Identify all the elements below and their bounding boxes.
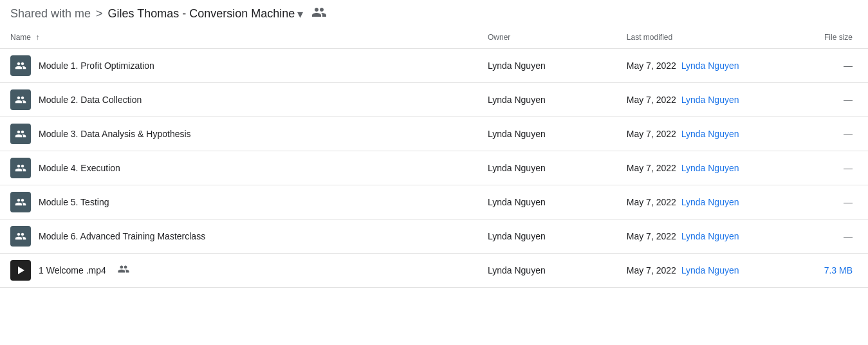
people-icon[interactable] — [312, 6, 326, 21]
modified-cell: May 7, 2022 Lynda Nguyen — [616, 185, 790, 219]
file-size-dash: — — [844, 197, 853, 207]
owner-cell: Lynda Nguyen — [477, 83, 616, 117]
table-row[interactable]: Module 2. Data CollectionLynda NguyenMay… — [0, 83, 868, 117]
file-size-value: 7.3 MB — [824, 265, 853, 275]
folder-icon — [10, 158, 31, 178]
video-icon — [10, 260, 31, 281]
size-cell: — — [790, 185, 868, 219]
modified-by: Lynda Nguyen — [681, 61, 739, 71]
table-header-row: Name ↑ Owner Last modified File size — [0, 26, 868, 49]
file-name: Module 2. Data Collection — [39, 95, 142, 105]
table-row[interactable]: Module 6. Advanced Training MasterclassL… — [0, 219, 868, 254]
owner-cell: Lynda Nguyen — [477, 151, 616, 185]
sort-ascending-icon: ↑ — [35, 33, 39, 42]
breadcrumb: Shared with me > Giles Thomas - Conversi… — [0, 0, 868, 26]
modified-by: Lynda Nguyen — [681, 231, 739, 241]
name-cell-6: Module 6. Advanced Training Masterclass — [0, 219, 477, 254]
file-name: Module 6. Advanced Training Masterclass — [39, 231, 205, 241]
file-name: Module 1. Profit Optimization — [39, 61, 154, 71]
file-size-dash: — — [844, 231, 853, 241]
folder-icon — [10, 192, 31, 212]
size-cell: — — [790, 219, 868, 254]
table-row[interactable]: Module 5. TestingLynda NguyenMay 7, 2022… — [0, 185, 868, 219]
table-row[interactable]: 1 Welcome .mp4Lynda NguyenMay 7, 2022 Ly… — [0, 254, 868, 288]
column-header-name[interactable]: Name ↑ — [0, 26, 477, 49]
file-name: 1 Welcome .mp4 — [39, 265, 106, 275]
modified-cell: May 7, 2022 Lynda Nguyen — [616, 83, 790, 117]
size-cell: — — [790, 83, 868, 117]
breadcrumb-separator: > — [96, 7, 103, 21]
size-cell: 7.3 MB — [790, 254, 868, 288]
folder-icon — [10, 89, 31, 110]
owner-cell: Lynda Nguyen — [477, 117, 616, 151]
file-name: Module 5. Testing — [39, 197, 109, 207]
name-cell-4: Module 4. Execution — [0, 151, 477, 185]
file-size-dash: — — [844, 95, 853, 105]
column-header-owner[interactable]: Owner — [477, 26, 616, 49]
breadcrumb-current[interactable]: Giles Thomas - Conversion Machine ▾ — [108, 7, 304, 21]
name-cell-5: Module 5. Testing — [0, 185, 477, 219]
modified-by: Lynda Nguyen — [681, 95, 739, 105]
modified-cell: May 7, 2022 Lynda Nguyen — [616, 151, 790, 185]
folder-icon — [10, 124, 31, 144]
name-cell-2: Module 2. Data Collection — [0, 83, 477, 117]
folder-icon — [10, 226, 31, 247]
modified-by: Lynda Nguyen — [681, 163, 739, 173]
modified-by: Lynda Nguyen — [681, 129, 739, 139]
file-size-dash: — — [844, 129, 853, 139]
size-cell: — — [790, 151, 868, 185]
shared-people-icon — [118, 265, 129, 276]
owner-cell: Lynda Nguyen — [477, 254, 616, 288]
column-header-size[interactable]: File size — [790, 26, 868, 49]
file-size-dash: — — [844, 163, 853, 173]
folder-icon — [10, 55, 31, 76]
breadcrumb-current-label: Giles Thomas - Conversion Machine — [108, 7, 295, 21]
owner-cell: Lynda Nguyen — [477, 219, 616, 254]
modified-by: Lynda Nguyen — [681, 265, 739, 275]
name-cell-7: 1 Welcome .mp4 — [0, 254, 477, 288]
breadcrumb-root[interactable]: Shared with me — [10, 7, 91, 21]
owner-cell: Lynda Nguyen — [477, 185, 616, 219]
file-name: Module 4. Execution — [39, 163, 120, 173]
modified-by: Lynda Nguyen — [681, 197, 739, 207]
modified-cell: May 7, 2022 Lynda Nguyen — [616, 254, 790, 288]
table-row[interactable]: Module 3. Data Analysis & HypothesisLynd… — [0, 117, 868, 151]
modified-cell: May 7, 2022 Lynda Nguyen — [616, 219, 790, 254]
modified-cell: May 7, 2022 Lynda Nguyen — [616, 117, 790, 151]
chevron-down-icon: ▾ — [297, 7, 303, 21]
modified-cell: May 7, 2022 Lynda Nguyen — [616, 49, 790, 83]
file-name: Module 3. Data Analysis & Hypothesis — [39, 129, 191, 139]
name-cell-1: Module 1. Profit Optimization — [0, 49, 477, 83]
size-cell: — — [790, 49, 868, 83]
table-row[interactable]: Module 1. Profit OptimizationLynda Nguye… — [0, 49, 868, 83]
table-row[interactable]: Module 4. ExecutionLynda NguyenMay 7, 20… — [0, 151, 868, 185]
owner-cell: Lynda Nguyen — [477, 49, 616, 83]
size-cell: — — [790, 117, 868, 151]
column-header-modified[interactable]: Last modified — [616, 26, 790, 49]
name-cell-3: Module 3. Data Analysis & Hypothesis — [0, 117, 477, 151]
file-table: Name ↑ Owner Last modified File size Mod… — [0, 26, 868, 288]
file-size-dash: — — [844, 61, 853, 71]
